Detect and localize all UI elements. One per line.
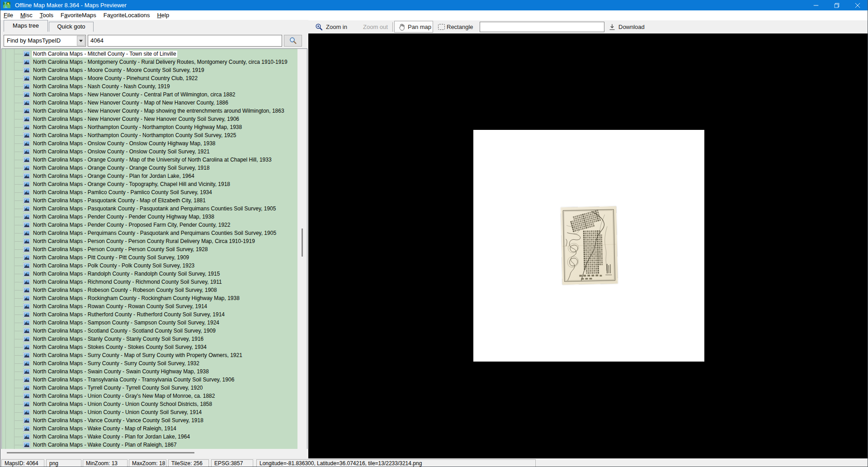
tree-item[interactable]: North Carolina Maps - Pasquotank County … — [2, 196, 297, 205]
tree-item[interactable]: North Carolina Maps - Tyrrell County - T… — [2, 384, 297, 392]
scrollbar-thumb[interactable] — [7, 452, 194, 453]
map-image-icon — [23, 157, 30, 163]
tree-item[interactable]: North Carolina Maps - Robeson County - R… — [2, 286, 297, 294]
tree-item[interactable]: North Carolina Maps - Union County - Uni… — [2, 408, 297, 416]
tree-item[interactable]: North Carolina Maps - Rowan County - Row… — [2, 302, 297, 310]
map-image-icon — [23, 352, 30, 358]
minimize-button[interactable] — [806, 0, 826, 10]
rectangle-button[interactable]: Rectangle — [447, 20, 473, 33]
tree-item[interactable]: North Carolina Maps - Orange County - Ma… — [2, 156, 297, 164]
tree-connector — [14, 412, 23, 413]
tree-item[interactable]: North Carolina Maps - Union County - Gra… — [2, 392, 297, 400]
tree-item[interactable]: North Carolina Maps - Pender County - Pr… — [2, 221, 297, 229]
menu-favoritemaps[interactable]: FavoriteMaps — [61, 11, 96, 19]
tree-connector — [14, 306, 23, 307]
tree-item[interactable]: North Carolina Maps - Randolph County - … — [2, 270, 297, 278]
map-image-icon — [23, 385, 30, 391]
tree-item[interactable]: North Carolina Maps - Union County - Uni… — [2, 400, 297, 408]
tree-item[interactable]: North Carolina Maps - Sampson County - S… — [2, 319, 297, 327]
zoom-out-button[interactable]: Zoom out — [363, 20, 388, 33]
tree-item[interactable]: North Carolina Maps - Rockingham County … — [2, 294, 297, 302]
tree-item[interactable]: North Carolina Maps - Polk County - Polk… — [2, 262, 297, 270]
map-image-icon — [23, 319, 30, 326]
tree-item[interactable]: North Carolina Maps - Nash County - Nash… — [2, 82, 297, 91]
tree-item[interactable]: North Carolina Maps - Moore County - Pin… — [2, 74, 297, 82]
scrollbar-thumb[interactable] — [302, 229, 303, 257]
tree-item[interactable]: North Carolina Maps - Richmond County - … — [2, 278, 297, 286]
map-image-icon — [23, 181, 30, 187]
tree-item[interactable]: North Carolina Maps - Northampton County… — [2, 123, 297, 131]
tree-item[interactable]: North Carolina Maps - Wake County - Map … — [2, 424, 297, 433]
tree-item[interactable]: North Carolina Maps - Stanly County - St… — [2, 335, 297, 343]
tree-connector — [14, 429, 23, 429]
tree-item[interactable]: North Carolina Maps - Orange County - Or… — [2, 164, 297, 172]
tree-connector — [14, 86, 23, 87]
tree-item[interactable]: North Carolina Maps - Pasquotank County … — [2, 205, 297, 213]
tree-connector — [14, 160, 23, 160]
pan-map-label: Pan map — [408, 20, 431, 33]
map-image-icon — [23, 287, 30, 293]
tree-item[interactable]: North Carolina Maps - Person County - Pe… — [2, 237, 297, 245]
tree-item[interactable]: North Carolina Maps - Transylvania Count… — [2, 376, 297, 384]
tree-item[interactable]: North Carolina Maps - Person County - Pe… — [2, 245, 297, 253]
tree-item[interactable]: North Carolina Maps - New Hanover County… — [2, 115, 297, 123]
tree-item[interactable]: North Carolina Maps - Onslow County - On… — [2, 148, 297, 156]
map-canvas[interactable] — [308, 33, 868, 458]
restore-button[interactable] — [826, 0, 847, 10]
menu-favoritelocations[interactable]: FavoriteLocations — [104, 11, 150, 19]
tree-connector — [14, 241, 23, 242]
map-image-icon — [23, 108, 30, 114]
tree-item[interactable]: North Carolina Maps - Orange County - To… — [2, 180, 297, 188]
close-button[interactable] — [847, 0, 868, 10]
tree-item[interactable]: North Carolina Maps - Perquimans County … — [2, 229, 297, 237]
menu-help[interactable]: Help — [157, 11, 169, 19]
dropdown-arrow-button[interactable] — [77, 36, 85, 46]
toolbar-input[interactable] — [480, 22, 604, 32]
chevron-down-icon — [79, 40, 83, 42]
map-image-icon — [23, 417, 30, 424]
tree-item[interactable]: North Carolina Maps - Swain County - Swa… — [2, 367, 297, 376]
tree-connector — [14, 209, 23, 209]
tree-item[interactable]: North Carolina Maps - Onslow County - On… — [2, 139, 297, 148]
menu-misc[interactable]: Misc — [20, 11, 33, 19]
tree-item[interactable]: North Carolina Maps - Pamlico County - P… — [2, 188, 297, 196]
zoom-in-button[interactable]: Zoom in — [326, 20, 347, 33]
download-button[interactable]: Download — [618, 20, 645, 33]
menu-file[interactable]: File — [4, 11, 13, 19]
tree-connector — [14, 135, 23, 136]
menu-tools[interactable]: Tools — [40, 11, 53, 19]
map-image-icon — [23, 271, 30, 277]
tree-item[interactable]: North Carolina Maps - Rutherford County … — [2, 310, 297, 319]
tree-connector — [14, 152, 23, 152]
tree-item[interactable]: North Carolina Maps - Wake County - Plan… — [2, 441, 297, 449]
tab-quick-goto[interactable]: Quick goto — [49, 22, 94, 32]
tree-item[interactable]: North Carolina Maps - Orange County - Pl… — [2, 172, 297, 180]
tree-item[interactable]: North Carolina Maps - Pitt County - Pitt… — [2, 253, 297, 262]
tree-item[interactable]: North Carolina Maps - Pender County - Pe… — [2, 213, 297, 221]
tree-connector — [14, 249, 23, 250]
tree-item[interactable]: North Carolina Maps - Wake County - Plan… — [2, 433, 297, 441]
tree-horizontal-scrollbar[interactable] — [0, 449, 308, 458]
tree-connector — [14, 355, 23, 356]
tree-item[interactable]: North Carolina Maps - Mitchell County - … — [2, 50, 297, 58]
window-title: Offline Map Maker 8.364 - Maps Previewer — [15, 1, 127, 9]
tree-item[interactable]: North Carolina Maps - New Hanover County… — [2, 91, 297, 99]
tree-item[interactable]: North Carolina Maps - Stokes County - St… — [2, 343, 297, 351]
tree-item[interactable]: North Carolina Maps - Surry County - Sur… — [2, 359, 297, 367]
titlebar: Offline Map Maker 8.364 - Maps Previewer — [0, 0, 868, 10]
tree-item[interactable]: North Carolina Maps - Surry County - Map… — [2, 351, 297, 359]
map-image-icon — [23, 230, 30, 236]
find-by-dropdown[interactable]: Find by MapsTypeID — [4, 35, 86, 47]
tree-item[interactable]: North Carolina Maps - Scotland County - … — [2, 327, 297, 335]
tree-item[interactable]: North Carolina Maps - New Hanover County… — [2, 99, 297, 107]
tree-item[interactable]: North Carolina Maps - New Hanover County… — [2, 107, 297, 115]
search-input[interactable]: 4064 — [88, 35, 282, 47]
tree-item[interactable]: North Carolina Maps - Moore County - Moo… — [2, 66, 297, 74]
tree-item[interactable]: North Carolina Maps - Northampton County… — [2, 131, 297, 139]
map-image-icon — [23, 238, 30, 244]
tree-item[interactable]: North Carolina Maps - Vance County - Van… — [2, 416, 297, 424]
tab-maps-tree[interactable]: Maps tree — [4, 20, 48, 32]
tree-item[interactable]: North Carolina Maps - Montgomery County … — [2, 58, 297, 66]
search-button[interactable] — [284, 35, 302, 47]
tree-vertical-scrollbar[interactable] — [297, 49, 307, 449]
